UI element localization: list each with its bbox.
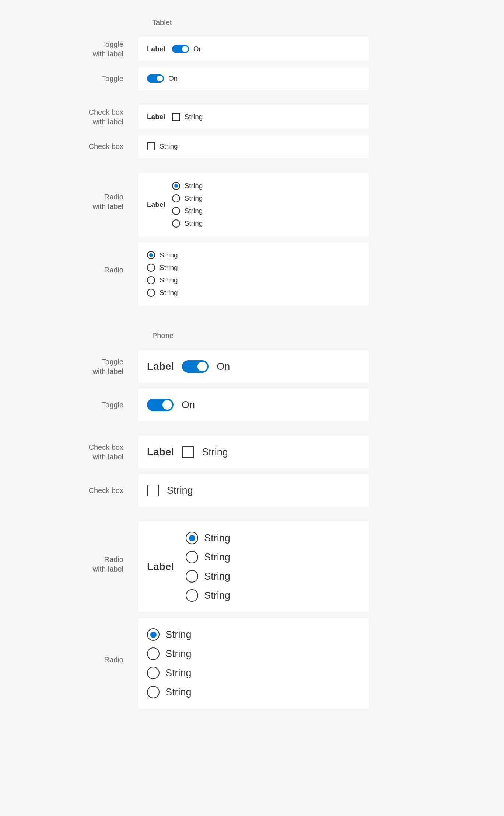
- radio-option-text: String: [160, 276, 178, 284]
- radio-group: String String String String: [172, 182, 203, 228]
- row-checkbox: Check box String: [0, 474, 504, 507]
- row-checkbox-with-label: Check box with label Label String: [0, 105, 504, 129]
- radio-button-icon: [172, 219, 180, 228]
- radio-option[interactable]: String: [147, 289, 178, 297]
- toggle-switch[interactable]: [182, 360, 209, 373]
- card: String: [138, 474, 369, 507]
- radio-option[interactable]: String: [172, 194, 203, 202]
- row-toggle-with-label: Toggle with label Label On: [0, 37, 504, 61]
- radio-option[interactable]: String: [147, 628, 192, 641]
- radio-option-text: String: [204, 532, 230, 544]
- radio-option-text: String: [165, 667, 192, 679]
- radio-option[interactable]: String: [172, 182, 203, 190]
- radio-option-text: String: [165, 687, 192, 698]
- radio-option[interactable]: String: [147, 251, 178, 259]
- radio-button-icon: [147, 647, 160, 660]
- row-toggle: Toggle On: [0, 67, 504, 90]
- radio-group: String String String String: [186, 532, 230, 602]
- card: String String String String: [138, 618, 369, 709]
- checkbox[interactable]: [147, 142, 155, 150]
- control-label: Label: [147, 446, 174, 458]
- row-toggle: Toggle On: [0, 389, 504, 421]
- toggle-switch[interactable]: [147, 399, 174, 411]
- row-label: Check box: [0, 486, 138, 495]
- row-label: Toggle: [0, 74, 138, 83]
- radio-button-icon: [147, 276, 155, 284]
- radio-button-icon: [147, 289, 155, 297]
- radio-button-icon: [147, 667, 160, 679]
- section-heading-tablet: Tablet: [152, 18, 504, 27]
- control-label: Label: [147, 201, 165, 209]
- card: Label String: [138, 105, 369, 129]
- radio-option-text: String: [204, 590, 230, 601]
- radio-option[interactable]: String: [186, 589, 230, 602]
- radio-option-text: String: [160, 251, 178, 259]
- radio-button-icon: [186, 589, 198, 602]
- row-radio: Radio String String String String: [0, 618, 504, 709]
- checkbox-text: String: [202, 447, 228, 458]
- checkbox[interactable]: [172, 113, 180, 121]
- radio-option-text: String: [165, 648, 192, 660]
- radio-option-text: String: [204, 571, 230, 582]
- radio-option[interactable]: String: [172, 207, 203, 215]
- radio-button-icon: [147, 264, 155, 272]
- row-label: Radio with label: [0, 555, 138, 574]
- row-label: Check box: [0, 142, 138, 151]
- toggle-switch[interactable]: [172, 45, 189, 53]
- radio-option[interactable]: String: [147, 667, 192, 679]
- radio-option[interactable]: String: [147, 686, 192, 698]
- radio-option[interactable]: String: [147, 647, 192, 660]
- toggle-state-text: On: [182, 399, 195, 411]
- checkbox-text: String: [160, 142, 178, 150]
- row-checkbox-with-label: Check box with label Label String: [0, 436, 504, 468]
- radio-option[interactable]: String: [186, 551, 230, 563]
- radio-option-text: String: [185, 194, 203, 202]
- card: String String String String: [138, 242, 369, 306]
- radio-option-text: String: [204, 552, 230, 563]
- radio-option-text: String: [160, 264, 178, 272]
- checkbox[interactable]: [147, 485, 159, 496]
- card: Label String: [138, 436, 369, 468]
- toggle-knob: [162, 400, 172, 410]
- row-checkbox: Check box String: [0, 135, 504, 158]
- card: On: [138, 67, 369, 90]
- radio-button-icon: [186, 551, 198, 563]
- card: Label String String String String: [138, 521, 369, 612]
- row-label: Toggle: [0, 400, 138, 410]
- row-label: Toggle with label: [0, 357, 138, 376]
- radio-option[interactable]: String: [147, 276, 178, 284]
- card: On: [138, 389, 369, 421]
- radio-group: String String String String: [147, 251, 178, 297]
- toggle-switch[interactable]: [147, 74, 164, 83]
- toggle-state-text: On: [193, 45, 203, 53]
- checkbox[interactable]: [182, 446, 194, 458]
- checkbox-text: String: [167, 485, 193, 496]
- control-label: Label: [147, 561, 174, 573]
- card: Label String String String String: [138, 173, 369, 236]
- radio-option-text: String: [185, 182, 203, 190]
- row-radio-with-label: Radio with label Label String String Str…: [0, 173, 504, 236]
- radio-button-icon: [147, 251, 155, 259]
- card: Label On: [138, 350, 369, 383]
- row-label: Check box with label: [0, 107, 138, 126]
- radio-option-text: String: [185, 219, 203, 228]
- control-label: Label: [147, 361, 174, 372]
- radio-option[interactable]: String: [186, 570, 230, 583]
- card: String: [138, 135, 369, 158]
- row-label: Toggle with label: [0, 39, 138, 59]
- toggle-state-text: On: [217, 361, 230, 372]
- row-radio-with-label: Radio with label Label String String Str…: [0, 521, 504, 612]
- radio-button-icon: [147, 628, 160, 641]
- radio-option[interactable]: String: [172, 219, 203, 228]
- radio-option[interactable]: String: [186, 532, 230, 544]
- toggle-knob: [197, 362, 207, 371]
- row-toggle-with-label: Toggle with label Label On: [0, 350, 504, 383]
- checkbox-text: String: [185, 113, 203, 121]
- radio-option-text: String: [165, 629, 192, 640]
- radio-button-icon: [186, 532, 198, 544]
- toggle-state-text: On: [168, 74, 178, 83]
- radio-option-text: String: [185, 207, 203, 215]
- row-label: Check box with label: [0, 442, 138, 462]
- row-radio: Radio String String String String: [0, 242, 504, 306]
- radio-option[interactable]: String: [147, 264, 178, 272]
